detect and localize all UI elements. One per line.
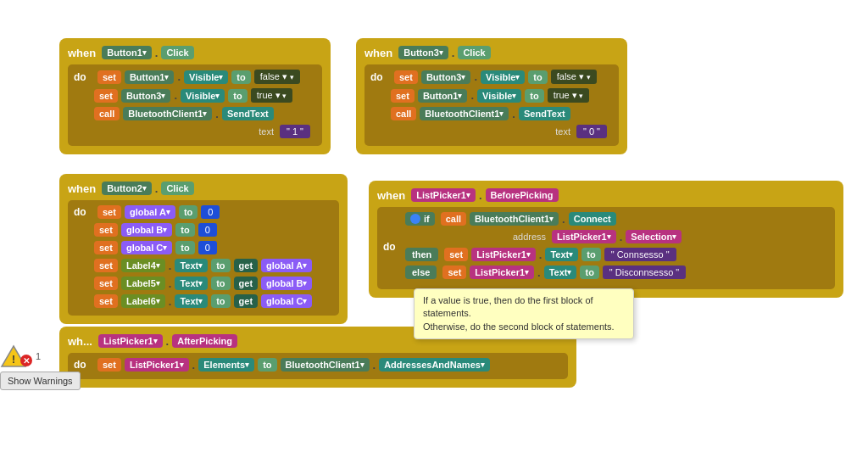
error-x-icon: ✕	[20, 355, 32, 366]
elements-prop[interactable]: Elements	[198, 358, 254, 372]
show-warnings-button[interactable]: Show Warnings	[0, 372, 81, 390]
warning-icon-row: ! ✕ 1	[0, 343, 41, 370]
zero-3: 0	[198, 241, 217, 254]
visible-prop-4[interactable]: Visible	[477, 89, 521, 103]
when-label-4: when	[377, 189, 405, 202]
to-9: to	[211, 277, 230, 290]
label6-comp[interactable]: Label6	[121, 294, 165, 308]
to-2: to	[228, 89, 247, 103]
global-a-1[interactable]: global A	[125, 205, 175, 219]
addresses-names-prop[interactable]: AddressesAndNames	[379, 358, 490, 372]
block-button2-click: when Button2 . Click do set global A to …	[59, 174, 348, 324]
canvas: when Button1 . Click do set Button1 . Vi…	[0, 0, 868, 475]
label4-comp[interactable]: Label4	[121, 259, 165, 272]
global-b-2[interactable]: global B	[261, 277, 312, 290]
to-after: to	[258, 358, 276, 372]
text-prop-then[interactable]: Text	[545, 248, 578, 261]
bt-comp-2[interactable]: BluetoothClient1	[420, 107, 509, 120]
visible-prop-1[interactable]: Visible	[184, 70, 228, 84]
do-block-3: do set global A to 0 set global B to 0 s…	[68, 200, 339, 316]
do-block-1: do set Button1 . Visible to false ▾ set …	[68, 64, 322, 146]
set-label-3: set	[394, 70, 418, 84]
listpicker1-addr[interactable]: ListPicker1	[552, 230, 616, 243]
listpicker1-after-comp[interactable]: ListPicker1	[125, 358, 189, 372]
do-block-4: do if call BluetoothClient1 . Connect	[377, 207, 835, 289]
button1-comp-2[interactable]: Button1	[418, 89, 468, 103]
when-label-3: when	[68, 182, 96, 195]
button2-pill[interactable]: Button2	[102, 182, 152, 195]
when-label-1: when	[68, 47, 96, 59]
set-label-4: set	[391, 89, 415, 103]
set-label-2: set	[94, 89, 118, 103]
button3-comp-2[interactable]: Button3	[421, 70, 471, 84]
after-picking-event: AfterPicking	[172, 334, 237, 348]
do-block-5: do set ListPicker1 . Elements to Bluetoo…	[68, 353, 568, 379]
true-val-1[interactable]: true ▾	[251, 88, 293, 103]
visible-prop-2[interactable]: Visible	[181, 89, 225, 103]
to-then: to	[581, 248, 600, 261]
button3-comp-1[interactable]: Button3	[121, 89, 171, 103]
text-sublabel-2: text	[555, 126, 570, 137]
label5-comp[interactable]: Label5	[121, 277, 165, 290]
else-label: else	[405, 265, 437, 279]
click-event-1[interactable]: Click	[161, 46, 193, 59]
listpicker1-then[interactable]: ListPicker1	[471, 248, 536, 261]
set-label-after: set	[97, 358, 121, 372]
set-label-else: set	[442, 265, 466, 279]
sendtext-1: SendText	[222, 107, 274, 120]
listpicker1-else[interactable]: ListPicker1	[470, 265, 534, 279]
bt-comp-after[interactable]: BluetoothClient1	[281, 358, 370, 372]
block-listpicker-before: when ListPicker1 . BeforePicking do if c…	[369, 181, 843, 298]
zero-1: 0	[201, 205, 220, 219]
warning-area: ! ✕ 1 Show Warnings	[0, 343, 81, 390]
true-val-2[interactable]: true ▾	[548, 88, 590, 103]
visible-prop-3[interactable]: Visible	[481, 70, 525, 84]
global-c-2[interactable]: global C	[261, 294, 312, 308]
set-label-then: set	[444, 248, 468, 261]
sendtext-2: SendText	[519, 107, 570, 120]
text-prop-3[interactable]: Text	[175, 294, 208, 308]
false-val-2[interactable]: false ▾	[551, 70, 597, 84]
call-label-2: call	[391, 107, 416, 120]
call-label-1: call	[94, 107, 120, 120]
button1-pill-1[interactable]: Button1	[102, 46, 152, 59]
tooltip-box: If a value is true, then do the first bl…	[414, 288, 634, 339]
tooltip-line2: Otherwise, do the second block of statem…	[423, 321, 615, 332]
text-sublabel-1: text	[259, 126, 274, 137]
connsesso-val: " Connsesso "	[604, 248, 676, 261]
svg-text:!: !	[12, 354, 15, 366]
button3-pill[interactable]: Button3	[398, 46, 448, 59]
svg-text:✕: ✕	[23, 356, 30, 366]
text-prop-1[interactable]: Text	[175, 259, 208, 272]
listpicker1-pill[interactable]: ListPicker1	[411, 188, 476, 202]
disconnsesso-val: " Disconnsesso "	[603, 265, 686, 279]
set-label-6: set	[94, 223, 118, 237]
false-val-1[interactable]: false ▾	[254, 70, 300, 84]
to-4: to	[525, 89, 543, 103]
set-label-8: set	[94, 259, 118, 272]
click-event-2[interactable]: Click	[458, 46, 490, 59]
do-block-2: do set Button3 . Visible to false ▾ set …	[364, 64, 619, 146]
text-val-2: " 0 "	[576, 125, 607, 138]
tooltip-line1: If a value is true, then do the first bl…	[423, 295, 593, 318]
listpicker1-after-pill[interactable]: ListPicker1	[98, 334, 163, 348]
to-5: to	[179, 205, 198, 219]
zero-2: 0	[198, 223, 217, 237]
bt-comp-3[interactable]: BluetoothClient1	[470, 212, 559, 226]
global-b-1[interactable]: global B	[121, 223, 172, 237]
call-if-label: call	[441, 212, 466, 226]
global-c-1[interactable]: global C	[121, 241, 172, 254]
set-label-1: set	[97, 70, 121, 84]
bt-comp-1[interactable]: BluetoothClient1	[123, 107, 212, 120]
button1-comp-1[interactable]: Button1	[125, 70, 175, 84]
set-label-9: set	[94, 277, 118, 290]
get-label-2: get	[234, 277, 259, 290]
click-event-3[interactable]: Click	[161, 182, 193, 195]
before-picking-event: BeforePicking	[486, 188, 559, 202]
text-prop-2[interactable]: Text	[175, 277, 208, 290]
text-prop-else[interactable]: Text	[544, 265, 577, 279]
to-10: to	[211, 294, 230, 308]
global-a-2[interactable]: global A	[261, 259, 312, 272]
warning-count: 1	[36, 351, 41, 361]
selection-prop[interactable]: Selection	[626, 230, 682, 243]
